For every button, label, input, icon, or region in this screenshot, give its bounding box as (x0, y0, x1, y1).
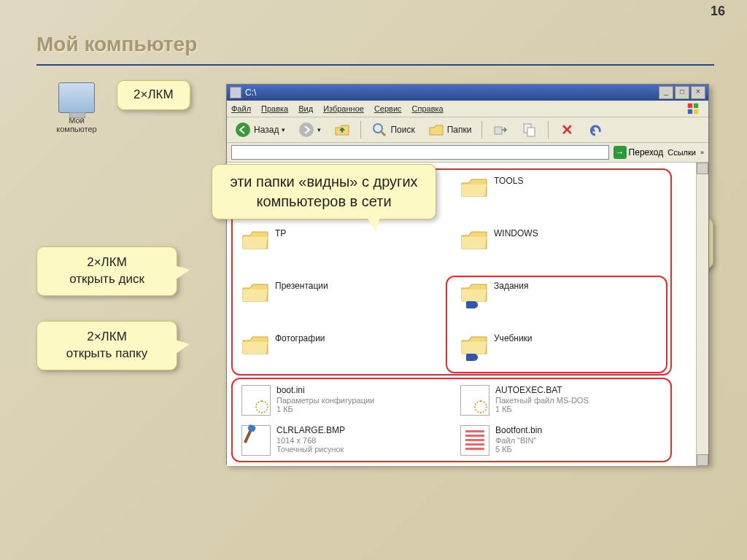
delete-icon: ✕ (559, 122, 575, 138)
toolbar: Назад ▾ ▾ Поиск Папки ✕ (227, 117, 708, 143)
folder-item[interactable]: WINDOWS (460, 228, 635, 252)
callout-open-disk: 2×ЛКМоткрыть диск (36, 246, 177, 296)
move-icon (492, 122, 508, 138)
folder-item[interactable]: Презентации (241, 281, 417, 304)
svg-line-7 (382, 132, 385, 136)
callout-network-visible: эти папки «видны» с других компьютеров в… (212, 164, 436, 219)
file-item[interactable]: boot.iniПараметры конфигурации1 КБ (241, 385, 417, 416)
chevron-down-icon: ▾ (282, 126, 285, 133)
undo-button[interactable] (583, 120, 609, 140)
menu-help[interactable]: Справка (412, 104, 444, 113)
close-button[interactable]: × (691, 86, 705, 99)
share-hand-icon (466, 354, 478, 361)
folder-icon (460, 228, 488, 252)
callout-open-folder: 2×ЛКМоткрыть папку (36, 321, 177, 370)
chevron-right-icon: » (700, 149, 704, 156)
forward-icon (298, 122, 314, 138)
addressbar: →Переход Ссылки » (227, 143, 708, 163)
file-item[interactable]: AUTOEXEC.BATПакетный файл MS-DOS1 КБ (460, 385, 635, 416)
page-title: Мой компьютер (36, 33, 197, 56)
bin-file-icon (460, 425, 489, 456)
folder-item[interactable]: Задания (460, 281, 635, 306)
vertical-scrollbar[interactable] (696, 163, 708, 466)
back-button[interactable]: Назад ▾ (230, 120, 290, 140)
windows-flag-icon (682, 102, 704, 115)
address-input[interactable] (231, 145, 609, 160)
folder-icon (241, 281, 269, 304)
folders-icon (428, 122, 444, 138)
copy-icon (522, 122, 538, 138)
svg-rect-10 (527, 128, 535, 136)
svg-point-6 (374, 124, 382, 133)
svg-rect-2 (688, 109, 692, 114)
delete-button[interactable]: ✕ (554, 120, 580, 140)
folders-button[interactable]: Папки (423, 120, 477, 140)
svg-rect-1 (694, 104, 698, 108)
menu-file[interactable]: Файл (231, 104, 251, 113)
folder-item[interactable]: TP (241, 228, 417, 252)
drive-icon (230, 87, 241, 98)
file-item[interactable]: Bootfont.binФайл "BIN"5 КБ (460, 425, 635, 456)
folder-icon (241, 333, 269, 357)
chevron-down-icon: ▾ (317, 126, 321, 133)
svg-rect-8 (495, 127, 502, 134)
search-icon (371, 122, 387, 138)
file-item[interactable]: CLRLARGE.BMP1014 x 768Точечный рисунок (241, 425, 417, 456)
links-button[interactable]: Ссылки (667, 148, 696, 157)
folder-item[interactable]: Учебники (460, 333, 635, 358)
page-number: 16 (711, 4, 725, 19)
search-button[interactable]: Поиск (366, 120, 419, 140)
menu-view[interactable]: Вид (298, 104, 313, 113)
move-button[interactable] (487, 120, 514, 140)
svg-rect-3 (694, 109, 698, 114)
folder-item[interactable]: Фотографии (241, 333, 417, 357)
titlebar[interactable]: C:\ _ □ × (227, 85, 708, 101)
minimize-button[interactable]: _ (659, 86, 673, 99)
window-title: C:\ (245, 88, 659, 98)
copy-button[interactable] (516, 120, 543, 140)
menubar: Файл Правка Вид Избранное Сервис Справка (227, 101, 708, 117)
back-icon (235, 122, 251, 138)
bmp-file-icon (241, 425, 271, 456)
callout-dblclick: 2×ЛКМ (117, 80, 190, 110)
folder-icon (241, 228, 269, 252)
svg-rect-0 (688, 104, 692, 108)
explorer-window: C:\ _ □ × Файл Правка Вид Избранное Серв… (226, 84, 709, 464)
folder-item[interactable]: TOOLS (460, 176, 635, 199)
my-computer-icon[interactable]: Мой компьютер (47, 82, 106, 133)
menu-tools[interactable]: Сервис (374, 104, 402, 113)
folder-up-icon (334, 122, 350, 138)
maximize-button[interactable]: □ (675, 86, 689, 99)
bat-file-icon (460, 385, 489, 416)
folder-icon (460, 176, 488, 199)
menu-edit[interactable]: Правка (261, 104, 288, 113)
up-button[interactable] (329, 120, 355, 140)
svg-point-5 (299, 122, 314, 137)
ini-file-icon (241, 385, 271, 416)
undo-icon (588, 122, 604, 138)
go-icon: → (614, 146, 627, 159)
my-computer-label: Мой компьютер (47, 116, 106, 133)
svg-point-4 (236, 122, 250, 137)
forward-button[interactable]: ▾ (293, 120, 326, 140)
monitor-icon (58, 82, 95, 113)
go-button[interactable]: →Переход (614, 146, 664, 159)
menu-favorites[interactable]: Избранное (323, 104, 364, 113)
share-hand-icon (466, 301, 478, 308)
title-rule (36, 64, 714, 66)
